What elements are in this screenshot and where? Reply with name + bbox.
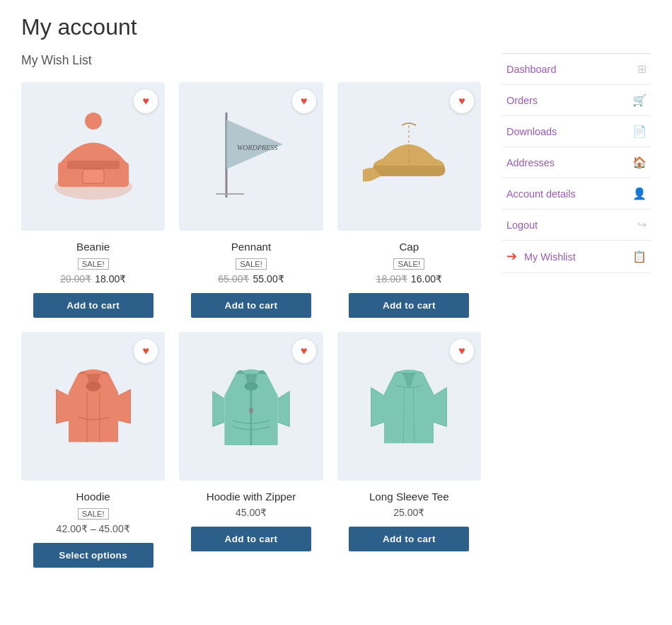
price-new: 16.00₹: [411, 273, 442, 285]
main-content: My Wish List ♥BeanieSALE!20.00₹18.00₹Add…: [21, 53, 481, 568]
sidebar-item-downloads[interactable]: Downloads📄: [502, 116, 651, 147]
sidebar-item-label: Downloads: [506, 126, 557, 137]
sidebar-item-addresses[interactable]: Addresses🏠: [502, 147, 651, 178]
product-card-longsleeve: ♥Long Sleeve Tee25.00₹Add to cart: [337, 332, 481, 568]
sidebar-item-my-wishlist[interactable]: ➔My Wishlist📋: [502, 241, 651, 273]
product-card-beanie: ♥BeanieSALE!20.00₹18.00₹Add to cart: [21, 82, 165, 318]
sidebar-nav: Dashboard⊞Orders🛒Downloads📄Addresses🏠Acc…: [502, 54, 651, 273]
svg-rect-3: [83, 169, 104, 183]
price-single: 45.00₹: [236, 507, 267, 518]
active-arrow-icon: ➔: [506, 249, 517, 264]
sidebar-item-label: Account details: [506, 188, 576, 200]
price-old: 20.00₹: [60, 273, 91, 285]
my-wishlist-nav-icon: 📋: [632, 250, 647, 263]
sale-badge-hoodie: SALE!: [21, 507, 165, 523]
sidebar-item-dashboard[interactable]: Dashboard⊞: [502, 54, 651, 84]
wishlist-heart-hoodie-zip[interactable]: ♥: [292, 339, 316, 363]
product-name-hoodie-zip: Hoodie with Zipper: [179, 491, 323, 503]
wishlist-heart-pennant[interactable]: ♥: [292, 89, 316, 113]
sale-badge-beanie: SALE!: [21, 257, 165, 273]
svg-point-11: [86, 382, 100, 391]
downloads-nav-icon: 📄: [632, 125, 647, 138]
page-title: My account: [21, 14, 651, 40]
orders-nav-icon: 🛒: [632, 93, 647, 107]
sidebar-item-label: Orders: [506, 95, 538, 106]
price-beanie: 20.00₹18.00₹: [21, 273, 165, 285]
product-image-hoodie-zip: ♥: [179, 332, 323, 481]
sidebar-item-label: Logout: [506, 219, 538, 231]
sidebar-item-account-details[interactable]: Account details👤: [502, 178, 651, 209]
sidebar-item-label: Addresses: [506, 157, 555, 168]
product-image-pennant: WORDPRESS ♥: [179, 82, 323, 231]
sale-badge-cap: SALE!: [337, 257, 481, 273]
products-grid: ♥BeanieSALE!20.00₹18.00₹Add to cart WORD…: [21, 82, 481, 568]
product-card-hoodie: ♥HoodieSALE!42.00₹ – 45.00₹Select option…: [21, 332, 165, 568]
price-new: 55.00₹: [253, 273, 284, 285]
wishlist-heart-cap[interactable]: ♥: [450, 89, 474, 113]
price-old: 18.00₹: [376, 273, 407, 285]
add-to-cart-btn-beanie[interactable]: Add to cart: [33, 293, 153, 318]
account-details-nav-icon: 👤: [632, 187, 647, 200]
add-to-cart-btn-hoodie-zip[interactable]: Add to cart: [191, 527, 311, 551]
logout-nav-icon: ↪: [637, 218, 647, 231]
price-single: 25.00₹: [393, 507, 424, 518]
svg-rect-2: [67, 161, 120, 169]
price-longsleeve: 25.00₹: [337, 507, 481, 518]
select-options-btn-hoodie[interactable]: Select options: [33, 543, 153, 568]
product-image-beanie: ♥: [21, 82, 165, 231]
price-cap: 18.00₹16.00₹: [337, 273, 481, 285]
product-name-beanie: Beanie: [21, 241, 165, 253]
sidebar-item-logout[interactable]: Logout↪: [502, 210, 651, 240]
addresses-nav-icon: 🏠: [632, 156, 647, 169]
wishlist-heart-beanie[interactable]: ♥: [134, 89, 158, 113]
product-card-pennant: WORDPRESS ♥PennantSALE!65.00₹55.00₹Add t…: [179, 82, 323, 318]
price-hoodie: 42.00₹ – 45.00₹: [21, 523, 165, 534]
product-name-pennant: Pennant: [179, 241, 323, 253]
svg-point-4: [85, 113, 102, 130]
svg-text:WORDPRESS: WORDPRESS: [237, 144, 277, 151]
price-new: 18.00₹: [95, 273, 126, 285]
product-image-longsleeve: ♥: [337, 332, 481, 481]
product-name-longsleeve: Long Sleeve Tee: [337, 491, 481, 503]
sidebar: Dashboard⊞Orders🛒Downloads📄Addresses🏠Acc…: [502, 53, 651, 568]
price-hoodie-zip: 45.00₹: [179, 507, 323, 518]
section-title: My Wish List: [21, 53, 481, 68]
product-image-hoodie: ♥: [21, 332, 165, 481]
svg-rect-16: [249, 408, 253, 413]
product-card-hoodie-zip: ♥Hoodie with Zipper45.00₹Add to cart: [179, 332, 323, 568]
sidebar-item-label: My Wishlist: [524, 251, 576, 263]
price-pennant: 65.00₹55.00₹: [179, 273, 323, 285]
product-image-cap: ♥: [337, 82, 481, 231]
wishlist-heart-hoodie[interactable]: ♥: [134, 339, 158, 363]
sidebar-item-label: Dashboard: [506, 64, 556, 75]
add-to-cart-btn-longsleeve[interactable]: Add to cart: [349, 527, 469, 551]
product-card-cap: ♥CapSALE!18.00₹16.00₹Add to cart: [337, 82, 481, 318]
sidebar-item-orders[interactable]: Orders🛒: [502, 85, 651, 115]
sale-badge-pennant: SALE!: [179, 257, 323, 273]
dashboard-nav-icon: ⊞: [637, 62, 647, 76]
product-name-cap: Cap: [337, 241, 481, 253]
price-range: 42.00₹ – 45.00₹: [57, 523, 130, 534]
product-name-hoodie: Hoodie: [21, 491, 165, 503]
add-to-cart-btn-cap[interactable]: Add to cart: [349, 293, 469, 318]
wishlist-heart-longsleeve[interactable]: ♥: [450, 339, 474, 363]
price-old: 65.00₹: [218, 273, 249, 285]
add-to-cart-btn-pennant[interactable]: Add to cart: [191, 293, 311, 318]
